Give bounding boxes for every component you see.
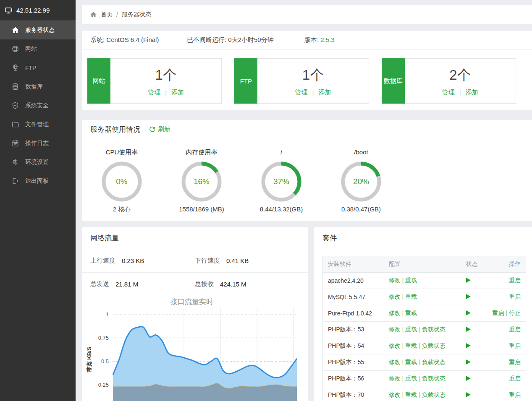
link-divider: | <box>401 359 405 365</box>
monitor-icon <box>5 6 13 14</box>
add-link[interactable]: 添加 <box>318 89 331 96</box>
package-action-link[interactable]: 重启 <box>509 391 521 398</box>
package-status <box>461 371 485 387</box>
package-action-link[interactable]: 重启 <box>509 359 521 365</box>
packages-table: 安装软件配置状态操作 apache2.4.20 修改 | 重载 重启 MySQL… <box>322 256 526 401</box>
package-config-link[interactable]: 重载 <box>405 310 417 316</box>
package-config-link[interactable]: 修改 <box>389 277 401 284</box>
packages-column-header: 安装软件 <box>323 256 384 273</box>
link-divider: | <box>417 342 422 349</box>
stat-card-tag: 数据库 <box>382 58 405 104</box>
usage-gauge: CPU使用率 0% 2 核心 <box>82 148 162 214</box>
link-divider: | <box>401 375 405 382</box>
version-number: 2.5.3 <box>320 36 334 43</box>
package-action-link[interactable]: 重启 <box>509 293 521 300</box>
sidebar-item-log[interactable]: 操作日志 <box>0 134 76 153</box>
status-running-icon <box>466 310 471 315</box>
package-action-link[interactable]: 重启 <box>509 277 521 284</box>
package-config-link[interactable]: 负载状态 <box>422 342 446 349</box>
package-name: PHP版本：55 <box>323 354 384 371</box>
package-config-link[interactable]: 负载状态 <box>422 326 446 333</box>
manage-link[interactable]: 管理 <box>148 89 160 96</box>
bottom-row: 网络流量 上行速度 0.23 KB 下行速度 0.41 KB 总发送 21.81… <box>82 227 532 401</box>
package-row: PHP版本：53 修改 | 重载 | 负载状态 重启 <box>323 322 526 338</box>
package-config-link[interactable]: 重载 <box>405 375 417 382</box>
usage-panel-header: 服务器使用情况 刷新 <box>82 120 532 139</box>
gauge-label: / <box>241 148 321 158</box>
package-config-link[interactable]: 负载状态 <box>422 391 446 398</box>
add-link[interactable]: 添加 <box>171 89 184 96</box>
package-row: PHP版本：54 修改 | 重载 | 负载状态 重启 <box>323 338 526 354</box>
package-action-link[interactable]: 重启 <box>493 310 504 316</box>
gauge-percent: 20% <box>341 161 382 202</box>
y-axis-tick: 0.75 <box>98 335 109 341</box>
package-config-link[interactable]: 修改 <box>389 375 401 382</box>
sidebar-item-folder[interactable]: 文件管理 <box>0 115 76 134</box>
stat-card-count: 1个 <box>155 66 176 85</box>
link-divider: | <box>504 310 509 316</box>
sidebar-item-ftp-globe[interactable]: FTP <box>0 58 76 77</box>
package-config-link[interactable]: 修改 <box>389 391 401 398</box>
total-received: 总接收 424.15 M <box>195 280 299 288</box>
refresh-button[interactable]: 刷新 <box>149 125 170 133</box>
server-ip: 42.51.22.99 <box>16 7 50 14</box>
link-divider: | <box>401 277 405 284</box>
gauge-ring: 37% <box>261 161 302 202</box>
package-action-link[interactable]: 重启 <box>509 326 521 333</box>
manage-link[interactable]: 管理 <box>442 89 455 96</box>
package-config-link[interactable]: 重载 <box>405 293 417 300</box>
manage-link[interactable]: 管理 <box>295 89 308 96</box>
package-config-link[interactable]: 重载 <box>405 359 417 365</box>
package-actions: 重启 <box>485 322 526 338</box>
stat-cards-row: 网站 1个 管理 | 添加 FTP 1个 管理 | 添加 <box>82 50 532 110</box>
status-running-icon <box>466 392 471 397</box>
breadcrumb-home-link[interactable]: 首页 <box>101 11 113 18</box>
package-config-link[interactable]: 修改 <box>389 326 401 333</box>
upload-speed: 上行速度 0.23 KB <box>90 257 195 265</box>
package-config-link[interactable]: 重载 <box>405 391 417 398</box>
gear-icon <box>11 158 19 166</box>
status-running-icon <box>466 359 471 365</box>
sidebar-item-logout[interactable]: 退出面板 <box>0 172 76 190</box>
package-action-link[interactable]: 重启 <box>509 342 521 349</box>
package-config-link[interactable]: 负载状态 <box>422 375 446 382</box>
gauge-ring: 20% <box>341 161 382 202</box>
package-row: PHP版本：70 修改 | 重载 | 负载状态 重启 <box>323 387 526 401</box>
package-config-link[interactable]: 重载 <box>405 342 417 349</box>
package-status <box>461 289 485 305</box>
link-divider: | <box>417 391 422 398</box>
gauge-detail: 0.38/0.47(GB) <box>321 206 401 213</box>
package-config-link[interactable]: 重载 <box>405 326 417 333</box>
refresh-icon <box>149 126 156 133</box>
add-link[interactable]: 添加 <box>466 89 478 96</box>
sidebar-item-shield[interactable]: 系统安全 <box>0 96 76 115</box>
system-info-row: 系统: CentOS 6.4 (Final) 已不间断运行: 0天2小时50分钟… <box>82 31 532 50</box>
package-name: PHP版本：70 <box>323 387 384 401</box>
system-os: 系统: CentOS 6.4 (Final) <box>90 36 187 44</box>
sidebar-item-database[interactable]: 数据库 <box>0 77 76 96</box>
package-config-link[interactable]: 负载状态 <box>422 359 446 365</box>
sidebar-item-home[interactable]: 服务器状态 <box>0 21 76 39</box>
package-config-link[interactable]: 修改 <box>389 310 401 316</box>
package-name: MySQL 5.5.47 <box>323 289 384 305</box>
sidebar-item-label: 系统安全 <box>25 102 49 109</box>
package-config-link[interactable]: 修改 <box>389 293 401 300</box>
network-speed-row: 上行速度 0.23 KB 下行速度 0.41 KB <box>82 249 308 273</box>
sidebar-item-gear[interactable]: 环境设置 <box>0 153 76 172</box>
package-config-link[interactable]: 修改 <box>389 342 401 349</box>
packages-panel: 套件 安装软件配置状态操作 apache2.4.20 修改 | 重载 重启 My… <box>314 227 532 401</box>
package-config-link[interactable]: 修改 <box>389 359 401 365</box>
package-row: Pure-Ftpd 1.0.42 修改 | 重载 重启 | 停止 <box>323 305 526 322</box>
package-config-link[interactable]: 重载 <box>405 277 417 284</box>
package-actions: 重启 <box>485 273 526 289</box>
log-icon <box>11 139 19 147</box>
packages-column-header: 配置 <box>384 256 461 273</box>
sidebar-item-label: FTP <box>25 65 36 71</box>
sidebar-item-globe[interactable]: 网站 <box>0 39 76 58</box>
package-action-link[interactable]: 停止 <box>509 310 521 316</box>
package-config: 修改 | 重载 | 负载状态 <box>384 387 461 401</box>
package-action-link[interactable]: 重启 <box>509 375 521 382</box>
package-name: apache2.4.20 <box>323 273 384 289</box>
breadcrumb-current: 服务器状态 <box>122 11 151 18</box>
stat-card-FTP: FTP 1个 管理 | 添加 <box>234 58 369 104</box>
